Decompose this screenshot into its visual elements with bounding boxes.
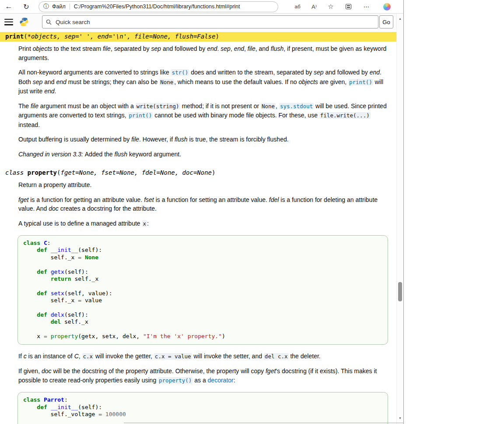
paragraph: If given, doc will be the docstring of t… <box>18 367 388 385</box>
browser-window: ← ↻ ⓘ Файл C:/Program%20Files/Python311/… <box>0 0 404 424</box>
paragraph: Output buffering is usually determined b… <box>18 135 388 144</box>
paragraph: A typical use is to define a managed att… <box>18 219 388 229</box>
search-box <box>42 15 378 28</box>
browser-toolbar: ← ↻ ⓘ Файл C:/Program%20Files/Python311/… <box>0 0 403 14</box>
code-example-managed-attribute: class C: def __init__(self): self._x = N… <box>18 235 388 345</box>
print-description: Print objects to the text stream file, s… <box>18 44 388 159</box>
print-signature: print(*objects, sep=' ', end='\n', file=… <box>0 32 397 42</box>
more-options-button[interactable]: ⋯ <box>360 0 373 13</box>
scroll-down-arrow[interactable]: ▼ <box>397 417 403 420</box>
collections-icon <box>346 4 351 9</box>
docs-topbar: Go <box>0 14 397 30</box>
copilot-button[interactable] <box>381 0 393 13</box>
scrollbar-thumb[interactable] <box>398 282 402 301</box>
paragraph: Print objects to the text stream file, s… <box>18 44 388 62</box>
paragraph: fget is a function for getting an attrib… <box>18 195 388 213</box>
back-button[interactable]: ← <box>3 0 15 13</box>
url-text[interactable]: C:/Program%20Files/Python311/Doc/html/li… <box>74 4 240 10</box>
function-definitions: print(*objects, sep=' ', end='\n', file=… <box>0 32 397 424</box>
search-icon <box>46 19 52 25</box>
property-description: Return a property attribute. fget is a f… <box>18 180 388 424</box>
code-example-parrot-decorator: class Parrot: def __init__(self): self._… <box>18 392 388 424</box>
scroll-up-arrow[interactable]: ▲ <box>397 17 403 20</box>
translate-button[interactable]: аб <box>291 0 304 13</box>
menu-button[interactable] <box>4 18 14 26</box>
address-divider <box>70 4 70 10</box>
vertical-scrollbar[interactable]: ▲ ▼ <box>396 14 403 424</box>
search-input[interactable] <box>55 18 374 26</box>
paragraph: All non-keyword arguments are converted … <box>18 68 388 96</box>
page-content: Go print(*objects, sep=' ', end='\n', fi… <box>0 14 397 424</box>
file-protocol-label: Файл <box>52 4 66 10</box>
screen: ← ↻ ⓘ Файл C:/Program%20Files/Python311/… <box>0 0 504 424</box>
read-aloud-button[interactable]: A⁾ <box>308 0 320 13</box>
address-bar[interactable]: ⓘ Файл C:/Program%20Files/Python311/Doc/… <box>38 1 278 12</box>
paragraph: If c is an instance of C, c.x will invok… <box>18 352 388 361</box>
paragraph: The file argument must be an object with… <box>18 102 388 130</box>
add-favorite-button[interactable]: ☆ <box>325 0 337 13</box>
property-signature: class property(fget=None, fset=None, fde… <box>0 168 397 178</box>
copilot-icon <box>383 3 391 11</box>
python-logo-icon[interactable] <box>19 17 29 27</box>
search-go-button[interactable]: Go <box>379 15 393 28</box>
collections-button[interactable] <box>342 0 354 13</box>
site-info-icon[interactable]: ⓘ <box>43 3 49 11</box>
taskbar-edge-line <box>124 423 404 423</box>
version-changed-note: Changed in version 3.3: Added the flush … <box>18 150 388 159</box>
refresh-button[interactable]: ↻ <box>20 0 32 13</box>
paragraph: Return a property attribute. <box>18 180 388 190</box>
